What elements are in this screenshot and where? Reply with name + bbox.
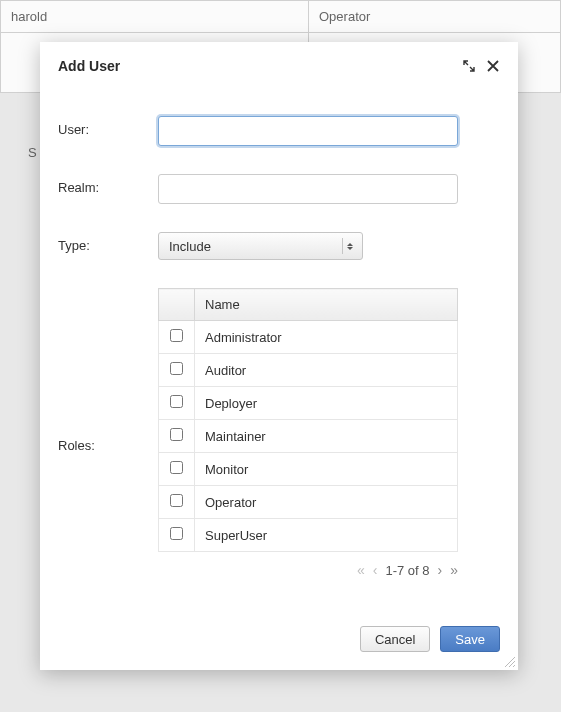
role-checkbox-auditor[interactable] xyxy=(170,362,183,375)
table-row: Administrator xyxy=(159,321,458,354)
label-realm: Realm: xyxy=(58,174,158,195)
pager-text: 1-7 of 8 xyxy=(385,563,429,578)
table-row: Operator xyxy=(159,486,458,519)
row-type: Type: Include xyxy=(58,232,500,260)
roles-header-name: Name xyxy=(195,289,458,321)
bg-cell-role: Operator xyxy=(309,1,561,33)
bg-letter: S xyxy=(28,145,37,160)
user-input[interactable] xyxy=(158,116,458,146)
pager-first-icon[interactable]: « xyxy=(357,562,365,578)
close-icon[interactable] xyxy=(486,59,500,73)
role-checkbox-superuser[interactable] xyxy=(170,527,183,540)
save-button[interactable]: Save xyxy=(440,626,500,652)
table-row: Monitor xyxy=(159,453,458,486)
realm-input[interactable] xyxy=(158,174,458,204)
role-checkbox-deployer[interactable] xyxy=(170,395,183,408)
type-select[interactable]: Include xyxy=(158,232,363,260)
table-row: SuperUser xyxy=(159,519,458,552)
role-name: SuperUser xyxy=(195,519,458,552)
role-checkbox-administrator[interactable] xyxy=(170,329,183,342)
modal-header: Add User xyxy=(40,42,518,88)
role-checkbox-monitor[interactable] xyxy=(170,461,183,474)
modal-title: Add User xyxy=(58,58,120,74)
table-row: Deployer xyxy=(159,387,458,420)
pager-last-icon[interactable]: » xyxy=(450,562,458,578)
modal-footer: Cancel Save xyxy=(40,614,518,670)
row-user: User: xyxy=(58,116,500,146)
role-name: Auditor xyxy=(195,354,458,387)
cancel-button[interactable]: Cancel xyxy=(360,626,430,652)
chevron-up-down-icon xyxy=(342,238,356,254)
role-name: Administrator xyxy=(195,321,458,354)
modal-header-controls xyxy=(462,59,500,73)
resize-handle-icon[interactable] xyxy=(502,654,516,668)
role-name: Deployer xyxy=(195,387,458,420)
table-row: Auditor xyxy=(159,354,458,387)
add-user-modal: Add User User: Realm: Type: xyxy=(40,42,518,670)
row-roles: Roles: Name Administrator xyxy=(58,288,500,578)
pager-next-icon[interactable]: › xyxy=(438,562,443,578)
modal-body: User: Realm: Type: Include Roles: xyxy=(40,88,518,614)
role-checkbox-operator[interactable] xyxy=(170,494,183,507)
bg-cell-user: harold xyxy=(1,1,309,33)
roles-table: Name Administrator Auditor xyxy=(158,288,458,552)
row-realm: Realm: xyxy=(58,174,500,204)
pager: « ‹ 1-7 of 8 › » xyxy=(158,552,458,578)
expand-icon[interactable] xyxy=(462,59,476,73)
role-name: Monitor xyxy=(195,453,458,486)
pager-prev-icon[interactable]: ‹ xyxy=(373,562,378,578)
roles-header-checkbox xyxy=(159,289,195,321)
table-row: Maintainer xyxy=(159,420,458,453)
role-name: Maintainer xyxy=(195,420,458,453)
label-user: User: xyxy=(58,116,158,137)
label-type: Type: xyxy=(58,232,158,253)
type-select-value: Include xyxy=(169,239,211,254)
role-checkbox-maintainer[interactable] xyxy=(170,428,183,441)
label-roles: Roles: xyxy=(58,288,158,453)
role-name: Operator xyxy=(195,486,458,519)
